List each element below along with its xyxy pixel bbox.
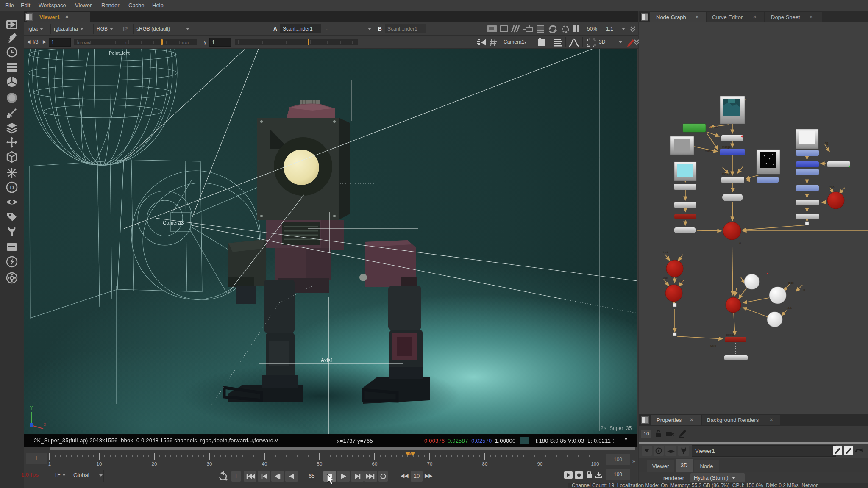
svg-text:bg: bg	[825, 141, 828, 145]
svg-text:40: 40	[262, 461, 267, 466]
svg-text:depth: depth	[710, 126, 718, 129]
svg-text:2K_Super_35: 2K_Super_35	[601, 425, 632, 431]
svg-text:30: 30	[207, 461, 212, 466]
svg-text:636: 636	[406, 452, 412, 456]
svg-text:60: 60	[372, 461, 378, 466]
svg-text:blck: blck	[829, 185, 835, 188]
svg-text:in: in	[803, 288, 805, 291]
svg-text:D: D	[10, 184, 14, 191]
svg-text:blck: blck	[788, 281, 794, 284]
svg-text:cam: cam	[710, 344, 716, 347]
svg-text:70: 70	[427, 461, 433, 466]
svg-text:10 40: 10 40	[180, 41, 189, 45]
svg-text:1: 1	[125, 41, 127, 45]
svg-text:merge: merge	[722, 145, 731, 149]
svg-text:80: 80	[482, 461, 488, 466]
svg-text:Y: Y	[30, 405, 33, 411]
svg-text:50: 50	[317, 461, 323, 466]
svg-text:10: 10	[97, 461, 102, 466]
svg-text:0.1 MIN: 0.1 MIN	[78, 41, 90, 45]
svg-text:mask2: mask2	[722, 172, 731, 175]
svg-text:PointLight: PointLight	[109, 50, 130, 55]
svg-text:lock: lock	[663, 251, 668, 254]
svg-text:Camera3: Camera3	[163, 220, 184, 226]
svg-text:100: 100	[591, 461, 599, 466]
svg-text:x: x	[44, 422, 46, 427]
svg-text:blck: blck	[787, 307, 792, 310]
svg-text:90: 90	[537, 461, 543, 466]
svg-text:skyline: skyline	[726, 333, 735, 337]
svg-text:20: 20	[152, 461, 157, 466]
svg-text:in: in	[681, 279, 683, 282]
svg-text:mask: mask	[705, 150, 712, 152]
svg-text:1: 1	[48, 461, 51, 466]
svg-text:Axis1: Axis1	[321, 358, 334, 363]
svg-text:a: a	[739, 241, 741, 244]
svg-text:blur: blur	[663, 276, 668, 279]
